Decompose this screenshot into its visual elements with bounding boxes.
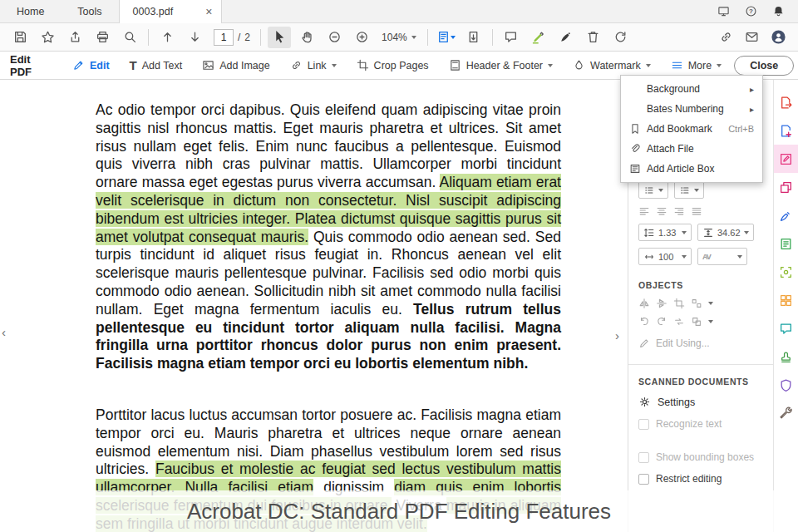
redo-button[interactable]	[609, 27, 633, 48]
document-page[interactable]: Ac odio tempor orci dapibus. Quis eleife…	[0, 80, 628, 532]
delete-tool-button[interactable]	[582, 27, 605, 48]
crop-pages-button[interactable]: Crop Pages	[349, 56, 436, 75]
bulleted-list-dropdown[interactable]	[638, 181, 668, 199]
combine-files-tool-icon[interactable]	[774, 173, 798, 201]
paragraph[interactable]: Ac odio tempor orci dapibus. Quis eleife…	[96, 101, 561, 373]
notifications-bell-icon[interactable]	[772, 5, 785, 17]
menu-item-bates-numbering[interactable]: Bates Numbering ▸	[621, 99, 762, 119]
edit-pdf-tool-icon[interactable]	[774, 145, 798, 173]
crop-pages-label: Crop Pages	[374, 60, 429, 71]
comment-tool-icon[interactable]	[774, 314, 798, 342]
zoom-out-button[interactable]	[323, 27, 346, 48]
header-footer-button[interactable]: Header & Footer	[441, 56, 560, 75]
scroll-mode-button[interactable]	[462, 27, 485, 48]
submenu-arrow-icon: ▸	[750, 105, 754, 114]
rotate-left-button[interactable]	[638, 316, 650, 328]
crop-object-button[interactable]	[673, 298, 685, 309]
close-button[interactable]: Close	[734, 56, 794, 76]
add-text-label: Add Text	[142, 60, 182, 71]
align-right-button[interactable]	[673, 205, 685, 217]
menu-item-add-article-box[interactable]: Add Article Box	[621, 159, 762, 179]
page-number-input[interactable]: 1	[214, 29, 234, 46]
numbered-list-dropdown[interactable]	[674, 181, 704, 199]
menu-item-attach-file[interactable]: Attach File	[621, 139, 762, 159]
save-button[interactable]	[8, 27, 32, 48]
character-spacing-dropdown[interactable]: AV	[697, 248, 747, 265]
checkbox-row-recognize-text: Recognize text	[628, 413, 773, 435]
add-text-button[interactable]: T Add Text	[122, 56, 190, 75]
export-pdf-tool-icon[interactable]	[774, 88, 798, 116]
link-button[interactable]: Link	[283, 56, 344, 75]
align-center-button[interactable]	[656, 205, 667, 217]
align-left-button[interactable]	[638, 205, 650, 217]
main-toolbar: 1 / 2 104%	[0, 23, 798, 52]
menu-shortcut: Ctrl+B	[728, 124, 754, 134]
menu-item-label: Background	[647, 83, 746, 95]
create-pdf-tool-icon[interactable]	[774, 116, 798, 145]
stamp-tool-icon[interactable]	[774, 342, 798, 371]
paragraph-spacing-value: 34.62	[717, 228, 741, 238]
zoom-level-value: 104%	[382, 32, 407, 43]
more-tools-icon[interactable]	[774, 399, 798, 427]
export-office-tool-icon[interactable]	[774, 229, 798, 258]
organize-pages-tool-icon[interactable]	[774, 286, 798, 314]
search-button[interactable]	[118, 27, 141, 48]
fill-sign-tool-icon[interactable]	[774, 201, 798, 229]
favorite-star-button[interactable]	[36, 27, 59, 48]
link-share-icon[interactable]	[719, 30, 733, 44]
more-button[interactable]: More	[663, 56, 729, 75]
close-tab-icon[interactable]: ×	[205, 6, 212, 17]
rotate-right-button[interactable]	[656, 316, 667, 328]
paragraph-spacing-dropdown[interactable]: 34.62	[697, 224, 754, 241]
add-image-button[interactable]: Add Image	[195, 56, 277, 75]
kerning-icon: AV	[702, 253, 711, 261]
menu-item-add-bookmark[interactable]: Add Bookmark Ctrl+B	[621, 119, 762, 139]
right-pane-toggle-icon[interactable]: ›	[615, 329, 619, 342]
scan-ocr-tool-icon[interactable]	[774, 258, 798, 286]
flip-vertical-button[interactable]	[656, 298, 667, 309]
align-objects-dropdown[interactable]	[691, 298, 702, 309]
chevron-down-icon	[548, 64, 553, 67]
objects-section-label: OBJECTS	[628, 268, 773, 294]
checkbox-row-restrict-editing[interactable]: Restrict editing	[628, 468, 773, 490]
print-button[interactable]	[91, 27, 114, 48]
protect-tool-icon[interactable]	[774, 371, 798, 399]
edit-mode-button[interactable]: Edit	[65, 56, 117, 75]
screen-share-icon[interactable]	[717, 5, 730, 17]
checkbox[interactable]	[638, 474, 649, 485]
sign-tool-button[interactable]	[554, 27, 578, 48]
tab-document[interactable]: 0003.pdf ×	[119, 0, 222, 23]
share-button[interactable]	[63, 27, 86, 48]
comment-tool-button[interactable]	[500, 27, 523, 48]
watermark-button[interactable]: Watermark	[565, 56, 658, 75]
select-tool-button[interactable]	[268, 27, 291, 48]
replace-object-button[interactable]	[673, 316, 685, 328]
settings-button[interactable]: Settings	[628, 391, 773, 413]
hand-tool-button[interactable]	[295, 27, 318, 48]
menu-item-background[interactable]: Background ▸	[621, 79, 762, 99]
chevron-down-icon	[737, 255, 742, 259]
highlight-tool-button[interactable]	[527, 27, 550, 48]
next-page-button[interactable]	[183, 27, 206, 48]
chevron-down-icon	[332, 64, 337, 67]
flip-horizontal-button[interactable]	[638, 298, 650, 309]
tools-rail	[773, 80, 798, 532]
edit-using-label: Edit Using...	[656, 337, 710, 349]
page-display-button[interactable]	[435, 27, 458, 48]
chevron-down-icon	[717, 64, 722, 67]
help-icon[interactable]: ?	[745, 5, 757, 17]
previous-page-button[interactable]	[155, 27, 179, 48]
horizontal-scale-dropdown[interactable]: 100	[638, 248, 692, 265]
align-justify-button[interactable]	[691, 205, 702, 217]
account-avatar[interactable]	[771, 29, 786, 45]
checkbox-label: Restrict editing	[656, 473, 722, 485]
left-pane-toggle-icon[interactable]: ‹	[2, 326, 6, 338]
line-spacing-dropdown[interactable]: 1.33	[638, 224, 692, 241]
zoom-in-button[interactable]	[350, 27, 373, 48]
tab-tools[interactable]: Tools	[61, 0, 118, 22]
arrange-objects-dropdown[interactable]	[691, 316, 702, 328]
email-icon[interactable]	[745, 30, 759, 44]
tab-home[interactable]: Home	[0, 0, 61, 22]
zoom-level-dropdown[interactable]: 104%	[377, 32, 421, 43]
acrobat-window: Home Tools 0003.pdf × ? 1 / 2	[0, 0, 798, 532]
